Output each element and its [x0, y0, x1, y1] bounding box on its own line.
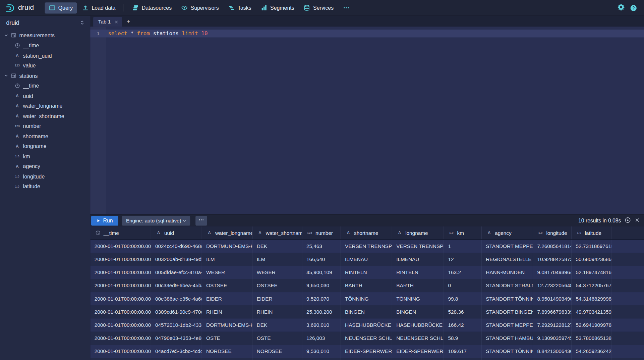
- cell-__time[interactable]: 2000-01-01T00:00:00.000Z: [91, 318, 151, 331]
- cell-uuid[interactable]: 04572010-1db2-4338-: [151, 318, 202, 331]
- cell-km[interactable]: 12: [444, 253, 482, 266]
- cell-water_longname[interactable]: NORDSEE: [202, 345, 253, 358]
- cell-uuid[interactable]: [151, 358, 202, 360]
- cell-shortname[interactable]: BINGEN: [341, 305, 392, 318]
- tree-field-station_uuid[interactable]: Astation_uuid: [0, 51, 90, 61]
- query-more-button[interactable]: [195, 216, 207, 225]
- cell-water_longname[interactable]: DORTMUND-EMS-KANAL: [202, 240, 253, 253]
- cell-water_longname[interactable]: [202, 358, 253, 360]
- nav-segments[interactable]: Segments: [257, 2, 298, 13]
- cell-uuid[interactable]: 04790e03-4353-4e80-: [151, 332, 202, 345]
- cell-__time[interactable]: 2000-01-01T00:00:00.000Z: [91, 305, 151, 318]
- cell-number[interactable]: 166,640: [302, 253, 341, 266]
- tree-field-__time[interactable]: __time: [0, 81, 90, 91]
- cell-shortname[interactable]: VERSEN TRENNSPITZE: [341, 240, 392, 253]
- cell-longname[interactable]: TÖNNING: [392, 292, 444, 305]
- druid-brand[interactable]: druid: [5, 3, 34, 13]
- tab-tab1[interactable]: Tab 1: [93, 17, 122, 27]
- cell-water_longname[interactable]: DORTMUND-EMS-KANAL: [202, 318, 253, 331]
- cell-number[interactable]: 9,520,070: [302, 292, 341, 305]
- cell-water_shortname[interactable]: [252, 358, 302, 360]
- engine-select[interactable]: Engine: auto (sql-native): [122, 216, 190, 225]
- nav-more-button[interactable]: [339, 2, 354, 13]
- column-header-number[interactable]: 123number: [302, 226, 341, 239]
- cell-longitude[interactable]: 7.260856418142: [533, 240, 572, 253]
- cell-km[interactable]: 0: [444, 279, 482, 292]
- cell-longname[interactable]: ILMENAU: [392, 253, 444, 266]
- cell-water_longname[interactable]: OSTSEE: [202, 279, 253, 292]
- cell-longitude[interactable]: 9.130903597451: [533, 332, 572, 345]
- help-button[interactable]: ?: [631, 5, 637, 11]
- cell-__time[interactable]: 2000-01-01T00:00:00.000Z: [91, 266, 151, 279]
- cell-number[interactable]: 25,300,200: [302, 305, 341, 318]
- cell-water_shortname[interactable]: DEK: [252, 240, 302, 253]
- cell-water_shortname[interactable]: WESER: [252, 266, 302, 279]
- cell-agency[interactable]: REGIONALSTELLE SUHL: [482, 253, 533, 266]
- cell-uuid[interactable]: 005dfdae-efcc-410a-b: [151, 266, 202, 279]
- cell-shortname[interactable]: RINTELN: [341, 266, 392, 279]
- cell-water_longname[interactable]: EIDER: [202, 292, 253, 305]
- cell-uuid[interactable]: 003200ab-d138-49d9-: [151, 253, 202, 266]
- cell-shortname[interactable]: NEUENSEER SCHLEUSE: [341, 332, 392, 345]
- cell-km[interactable]: 528.36: [444, 305, 482, 318]
- cell-__time[interactable]: 2000-01-01T00:00:00.000Z: [91, 240, 151, 253]
- cell-number[interactable]: 126,003: [302, 332, 341, 345]
- cell-latitude[interactable]: 50.68094236869: [572, 253, 612, 266]
- column-header-water_shortname[interactable]: Awater_shortname: [252, 226, 302, 239]
- cell-km[interactable]: 99.8: [444, 292, 482, 305]
- cell-latitude[interactable]: 52.18974748167: [572, 266, 612, 279]
- cell-shortname[interactable]: HASEHUBBRÜCKE: [341, 318, 392, 331]
- cell-latitude[interactable]: 54.31468299984: [572, 292, 612, 305]
- cell-shortname[interactable]: TÖNNING: [341, 292, 392, 305]
- cell-km[interactable]: 163.2: [444, 266, 482, 279]
- cell-water_shortname[interactable]: NORDSEE: [252, 345, 302, 358]
- cell-water_longname[interactable]: ILM: [202, 253, 253, 266]
- add-tab-button[interactable]: +: [123, 17, 133, 27]
- cell-uuid[interactable]: 00e386ac-e35c-4a6e-: [151, 292, 202, 305]
- nav-load-data[interactable]: Load data: [78, 2, 120, 13]
- cell-km[interactable]: [444, 358, 482, 360]
- cell-km[interactable]: 166.42: [444, 318, 482, 331]
- cell-shortname[interactable]: [341, 358, 392, 360]
- cell-number[interactable]: 3,690,010: [302, 318, 341, 331]
- cell-number[interactable]: 25,463: [302, 240, 341, 253]
- cell-number[interactable]: 45,900,109: [302, 266, 341, 279]
- tree-field-value[interactable]: 123value: [0, 61, 90, 71]
- column-header-agency[interactable]: Aagency: [482, 226, 533, 239]
- close-tab-icon[interactable]: [114, 20, 118, 23]
- cell-shortname[interactable]: EIDER-SPERRWERK AP: [341, 345, 392, 358]
- cell-agency[interactable]: STANDORT MEPPEN: [482, 240, 533, 253]
- nav-query[interactable]: Query: [45, 2, 77, 13]
- cell-km[interactable]: 58.9: [444, 332, 482, 345]
- cell-latitude[interactable]: 53.78068651386: [572, 332, 612, 345]
- cell-__time[interactable]: 2000-01-01T00:00:00.000Z: [91, 332, 151, 345]
- tree-field-longname[interactable]: Alongname: [0, 141, 90, 151]
- cell-number[interactable]: 9,650,030: [302, 279, 341, 292]
- tree-field-water_longname[interactable]: Awater_longname: [0, 101, 90, 111]
- tree-field-latitude[interactable]: 1.0latitude: [0, 182, 90, 192]
- cell-longname[interactable]: RINTELN: [392, 266, 444, 279]
- cell-agency[interactable]: STANDORT MEPPEN: [482, 318, 533, 331]
- cell-agency[interactable]: STANDORT HAMBURG: [482, 332, 533, 345]
- cell-water_longname[interactable]: WESER: [202, 266, 253, 279]
- cell-latitude[interactable]: 54.37122057673: [572, 279, 612, 292]
- run-button[interactable]: Run: [91, 216, 118, 225]
- cell-longname[interactable]: HASEHUBBRÜCKE: [392, 318, 444, 331]
- cell-km[interactable]: 1: [444, 240, 482, 253]
- cell-longitude[interactable]: 7.292912281272: [533, 318, 572, 331]
- tree-field-__time[interactable]: __time: [0, 41, 90, 51]
- cell-longitude[interactable]: 10.92884258739: [533, 253, 572, 266]
- column-header-latitude[interactable]: 1.0latitude: [572, 226, 612, 239]
- cell-latitude[interactable]: 54.26592362421: [572, 345, 612, 358]
- column-header-uuid[interactable]: Auuid: [151, 226, 202, 239]
- cell-shortname[interactable]: ILMENAU: [341, 253, 392, 266]
- column-header-km[interactable]: 1.0km: [444, 226, 482, 239]
- close-results-button[interactable]: [635, 217, 640, 224]
- cell-agency[interactable]: STANDORT BINGEN: [482, 305, 533, 318]
- cell-latitude[interactable]: 52.73118697618: [572, 240, 612, 253]
- tree-table-stations[interactable]: stations: [0, 71, 90, 81]
- cell-longname[interactable]: BINGEN: [392, 305, 444, 318]
- cell-uuid[interactable]: 0309cd61-90c9-470e-: [151, 305, 202, 318]
- cell-water_longname[interactable]: OSTE: [202, 332, 253, 345]
- cell-water_shortname[interactable]: DEK: [252, 318, 302, 331]
